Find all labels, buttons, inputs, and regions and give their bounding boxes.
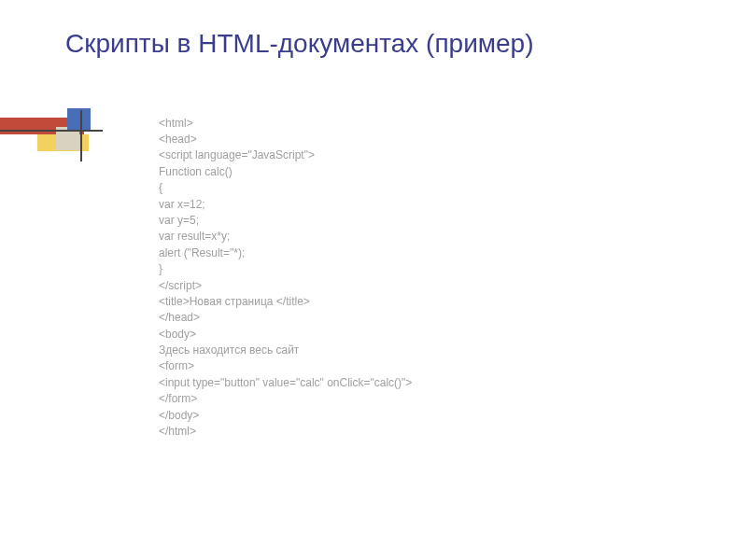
code-line: <input type="button" value="calc" onClic… [159, 375, 700, 391]
deco-vertical-line [80, 110, 82, 161]
code-line: } [159, 261, 700, 277]
code-line: var result=x*y; [159, 229, 700, 245]
code-line: var x=12; [159, 197, 700, 213]
title-block: Скрипты в HTML-документах (пример) [65, 28, 700, 60]
code-line: </body> [159, 408, 700, 424]
code-line: Здесь находится весь сайт [159, 343, 700, 358]
code-line: var y=5; [159, 213, 700, 229]
slide: Скрипты в HTML-документах (пример) <html… [0, 0, 747, 560]
code-line: <head> [159, 132, 700, 147]
code-line: </html> [159, 424, 700, 440]
code-line: <title>Новая страница </title> [159, 294, 700, 310]
code-line: { [159, 180, 700, 196]
title-decoration [0, 108, 140, 164]
code-line: <form> [159, 358, 700, 374]
deco-blue-square [67, 108, 91, 132]
code-line: </form> [159, 391, 700, 407]
code-line: Function calc() [159, 164, 700, 180]
deco-horizontal-line [0, 130, 103, 132]
code-line: </head> [159, 310, 700, 326]
code-line: <script language="JavaScript"> [159, 147, 700, 163]
code-line: </script> [159, 278, 700, 294]
code-line: <body> [159, 327, 700, 343]
slide-title: Скрипты в HTML-документах (пример) [65, 28, 700, 60]
code-line: <html> [159, 116, 700, 132]
code-example: <html> <head> <script language="JavaScri… [159, 116, 700, 441]
code-line: alert ("Result="*); [159, 245, 700, 261]
